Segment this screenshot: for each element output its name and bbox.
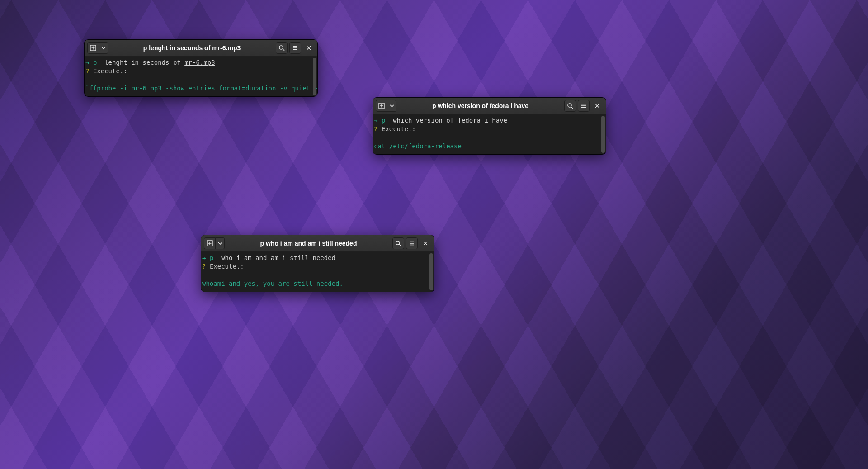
titlebar[interactable]: p who i am and am i still needed [201, 235, 434, 252]
hamburger-icon [409, 240, 415, 246]
search-button[interactable] [392, 237, 404, 249]
execute-label: Execute.: [93, 67, 127, 75]
new-tab-group [87, 42, 108, 54]
close-button[interactable] [420, 237, 431, 249]
new-tab-button[interactable] [376, 100, 387, 112]
plus-icon [207, 240, 213, 246]
scrollbar[interactable] [601, 116, 605, 153]
hamburger-menu-button[interactable] [578, 100, 590, 112]
new-tab-group [204, 237, 225, 249]
new-tab-menu-button[interactable] [99, 42, 108, 54]
terminal-output[interactable]: → p who i am and am i still needed ? Exe… [201, 252, 434, 292]
svg-point-3 [568, 104, 571, 107]
window-title: p who i am and am i still needed [226, 240, 391, 247]
plus-icon [378, 103, 385, 109]
hamburger-menu-button[interactable] [406, 237, 418, 249]
titlebar[interactable]: p lenght in seconds of mr-6.mp3 [85, 40, 317, 57]
hamburger-icon [580, 103, 587, 109]
terminal-window[interactable]: p who i am and am i still needed → p who… [201, 235, 434, 292]
prompt-arrow: → [202, 254, 206, 261]
titlebar[interactable]: p which version of fedora i have [373, 98, 606, 114]
new-tab-button[interactable] [204, 237, 216, 249]
svg-point-5 [396, 241, 400, 245]
plus-icon [90, 45, 96, 51]
scrollbar[interactable] [313, 58, 316, 95]
search-icon [567, 103, 573, 109]
prompt-arrow: → [85, 59, 89, 66]
command-file: mr-6.mp3 [184, 59, 215, 66]
search-icon [278, 45, 285, 51]
close-icon [306, 45, 311, 51]
suggested-command: cat /etc/fedora-release [374, 142, 462, 150]
suggested-command: whoami and yes, you are still needed. [202, 280, 343, 287]
question-mark: ? [85, 67, 89, 75]
close-button[interactable] [303, 42, 315, 54]
new-tab-group [376, 100, 396, 112]
question-mark: ? [202, 263, 206, 270]
terminal-window[interactable]: p lenght in seconds of mr-6.mp3 → p leng… [85, 40, 317, 96]
terminal-window[interactable]: p which version of fedora i have → p whi… [373, 98, 606, 154]
search-button[interactable] [564, 100, 576, 112]
hamburger-icon [292, 45, 298, 51]
execute-label: Execute.: [210, 263, 244, 270]
p-command: p [93, 59, 97, 66]
chevron-down-icon [390, 104, 394, 108]
question-mark: ? [374, 125, 377, 133]
command-text: which version of fedora i have [393, 117, 507, 124]
scrollbar[interactable] [429, 253, 433, 290]
window-title: p which version of fedora i have [398, 102, 562, 109]
new-tab-button[interactable] [87, 42, 99, 54]
svg-point-1 [279, 46, 283, 49]
window-title: p lenght in seconds of mr-6.mp3 [110, 44, 274, 52]
execute-label: Execute.: [382, 125, 416, 133]
prompt-arrow: → [374, 117, 377, 124]
p-command: p [382, 117, 385, 124]
close-icon [594, 103, 600, 109]
close-button[interactable] [591, 100, 603, 112]
suggested-command: ffprobe -i mr-6.mp3 -show_entries format… [89, 85, 317, 92]
p-command: p [210, 254, 213, 261]
hamburger-menu-button[interactable] [289, 42, 301, 54]
close-icon [423, 241, 428, 246]
chevron-down-icon [218, 241, 222, 246]
command-text: who i am and am i still needed [221, 254, 335, 261]
terminal-output[interactable]: → p lenght in seconds of mr-6.mp3 ? Exec… [85, 57, 317, 96]
search-button[interactable] [276, 42, 288, 54]
new-tab-menu-button[interactable] [387, 100, 396, 112]
command-text: lenght in seconds of [104, 59, 184, 66]
terminal-output[interactable]: → p which version of fedora i have ? Exe… [373, 114, 606, 154]
chevron-down-icon [101, 46, 106, 50]
search-icon [395, 240, 401, 246]
new-tab-menu-button[interactable] [216, 237, 225, 249]
